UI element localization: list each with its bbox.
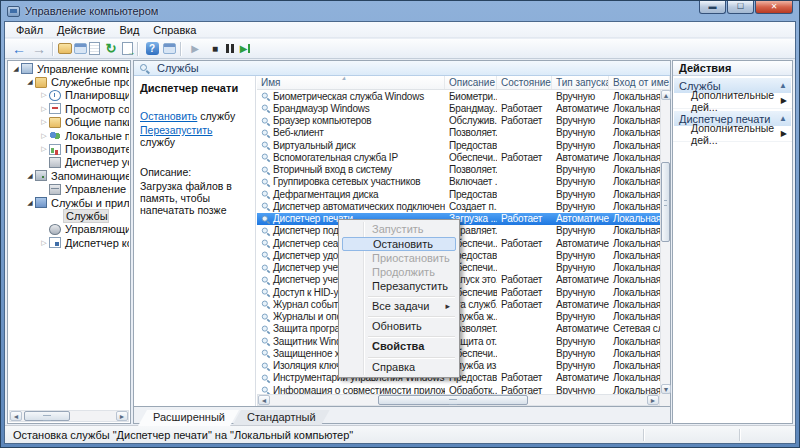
expander-icon[interactable]: ▷ xyxy=(39,145,49,153)
tree-item[interactable]: ▷ Просмотр событий xyxy=(9,102,129,115)
service-row[interactable]: Биометрическая служба Windows Биометри..… xyxy=(257,90,660,102)
service-row[interactable]: Вспомогательная служба IP Обеспечи... Ра… xyxy=(257,151,660,163)
tree-item[interactable]: ▷ Планировщик заданий xyxy=(9,89,129,102)
scroll-down-icon[interactable]: ▼ xyxy=(661,384,671,394)
view-tab[interactable]: Стандартный xyxy=(232,410,331,426)
tree-item[interactable]: ▷ Общие папки xyxy=(9,116,129,129)
tree-item[interactable]: Управляющий элемен xyxy=(9,223,129,236)
context-menu-item[interactable]: Справка xyxy=(342,361,456,374)
service-row[interactable]: Группировка сетевых участников Включает … xyxy=(257,176,660,188)
context-menu-item[interactable]: Обновить xyxy=(342,320,456,333)
pause-icon[interactable] xyxy=(226,44,234,53)
service-row[interactable]: Вторичный вход в систему Позволяет... Вр… xyxy=(257,164,660,176)
stop-service-link[interactable]: Остановить xyxy=(140,110,197,122)
tree-horizontal-scrollbar[interactable]: ◄ ► xyxy=(9,410,129,422)
column-header-startup[interactable]: Тип запуска xyxy=(552,76,609,89)
toolbar xyxy=(5,39,795,59)
actions-section-item[interactable]: Дополнительные дей... ▶ xyxy=(673,93,792,109)
context-menu-item[interactable]: Запустить xyxy=(342,223,456,236)
scroll-thumb[interactable] xyxy=(378,395,528,405)
context-menu-item[interactable] xyxy=(368,357,455,358)
stop-icon[interactable] xyxy=(206,40,224,57)
context-menu-item[interactable]: Все задачи xyxy=(342,300,456,313)
context-menu-item[interactable] xyxy=(368,296,455,297)
close-button[interactable]: ✕ xyxy=(755,1,793,14)
service-row[interactable]: Брандмауэр Windows Брандмау... Работает … xyxy=(257,102,660,114)
expander-icon[interactable]: ▷ xyxy=(39,132,49,140)
tree-item[interactable]: ▷ Производительность xyxy=(9,142,129,155)
export-list-icon[interactable] xyxy=(122,42,133,55)
service-row[interactable]: Информация о совместимости приложений Об… xyxy=(257,384,660,394)
context-menu-item[interactable]: Приостановить xyxy=(342,252,456,265)
context-menu-item[interactable]: Перезапустить xyxy=(342,280,456,293)
expander-icon[interactable]: ▷ xyxy=(39,91,49,99)
service-icon xyxy=(262,276,271,285)
menu-item[interactable]: Действие xyxy=(50,24,112,36)
context-menu-item[interactable] xyxy=(368,336,455,337)
document-icon[interactable] xyxy=(89,42,100,55)
service-row[interactable]: Браузер компьютеров Обслужив... Работает… xyxy=(257,115,660,127)
menu-item[interactable]: Вид xyxy=(112,24,146,36)
forward-icon[interactable] xyxy=(30,40,48,57)
console-window-icon[interactable] xyxy=(74,43,87,54)
column-header-name[interactable]: ▴Имя xyxy=(257,76,445,89)
list-horizontal-scrollbar[interactable]: ◄ ► xyxy=(257,394,660,406)
tree-item[interactable]: ◢ Управление компьютером (л xyxy=(9,62,129,75)
tree-item[interactable]: Службы xyxy=(9,209,129,222)
scroll-thumb[interactable] xyxy=(24,411,70,421)
expander-icon[interactable]: ◢ xyxy=(25,172,35,180)
service-row[interactable]: Виртуальный диск Предостав... Вручную Ло… xyxy=(257,139,660,151)
storage-icon xyxy=(35,170,47,181)
context-menu-item[interactable] xyxy=(368,316,455,317)
scroll-left-icon[interactable]: ◄ xyxy=(10,411,22,421)
expander-icon[interactable]: ◢ xyxy=(25,78,35,86)
service-row[interactable]: Дефрагментация диска Предостав... Вручну… xyxy=(257,188,660,200)
tree-item[interactable]: Управление дисками xyxy=(9,183,129,196)
show-tree-icon[interactable] xyxy=(163,43,176,54)
refresh-icon[interactable] xyxy=(102,40,120,57)
scroll-right-icon[interactable]: ► xyxy=(647,395,659,405)
expander-icon[interactable]: ◢ xyxy=(11,65,21,73)
expander-icon[interactable]: ▷ xyxy=(39,105,49,113)
actions-section-item[interactable]: Дополнительные дей... ▶ xyxy=(673,126,792,142)
expander-icon[interactable]: ▷ xyxy=(39,118,49,126)
context-menu-item[interactable]: Свойства xyxy=(342,340,456,354)
resume-icon[interactable] xyxy=(236,40,254,57)
services-icon xyxy=(140,63,151,73)
minimize-button[interactable]: ▬ xyxy=(699,1,726,14)
list-vertical-scrollbar[interactable]: ▲ ▼ xyxy=(660,90,670,394)
column-header-logon[interactable]: Вход от имени xyxy=(609,76,670,89)
tree-item[interactable]: ▷ Локальные пользовате xyxy=(9,129,129,142)
service-row[interactable]: Веб-клиент Позволяет... Вручную Локальна… xyxy=(257,127,660,139)
restart-service-link[interactable]: Перезапустить xyxy=(140,124,213,136)
tree-item[interactable]: ◢ Запоминающие устройст xyxy=(9,169,129,182)
menu-item[interactable]: Файл xyxy=(9,24,50,36)
context-menu-item[interactable]: Продолжить xyxy=(342,266,456,279)
tree-item[interactable]: ◢ Служебные программы xyxy=(9,75,129,88)
context-menu-item[interactable]: Остановить xyxy=(342,237,456,251)
column-header-description[interactable]: Описание xyxy=(445,76,497,89)
help-icon[interactable] xyxy=(143,40,161,57)
export-folder-icon[interactable] xyxy=(58,43,72,54)
menu-item[interactable]: Справка xyxy=(146,24,203,36)
tree-item[interactable]: ◢ Службы и приложения xyxy=(9,196,129,209)
maximize-button[interactable]: ☐ xyxy=(727,1,754,14)
service-icon xyxy=(262,141,271,150)
expander-icon[interactable]: ▷ xyxy=(39,239,49,247)
actions-sections: Службы ▲ Дополнительные дей... ▶ Диспет xyxy=(673,78,792,142)
title-bar[interactable]: Управление компьютером ▬ ☐ ✕ xyxy=(1,1,799,21)
scroll-thumb[interactable] xyxy=(661,162,670,242)
scroll-up-icon[interactable]: ▲ xyxy=(661,90,671,100)
scroll-left-icon[interactable]: ◄ xyxy=(258,395,270,405)
start-icon[interactable] xyxy=(186,40,204,57)
tree-item[interactable]: Диспетчер устройств xyxy=(9,156,129,169)
tree-item[interactable]: ▷ Диспетчер конфигура xyxy=(9,236,129,249)
expander-icon[interactable]: ◢ xyxy=(25,199,35,207)
service-icon xyxy=(262,92,271,101)
service-icon xyxy=(262,325,271,334)
scroll-right-icon[interactable]: ► xyxy=(116,411,128,421)
view-tab[interactable]: Расширенный xyxy=(138,410,240,426)
back-icon[interactable] xyxy=(10,40,28,57)
service-row[interactable]: Диспетчер автоматических подключений уд.… xyxy=(257,200,660,212)
column-header-status[interactable]: Состояние xyxy=(497,76,552,89)
